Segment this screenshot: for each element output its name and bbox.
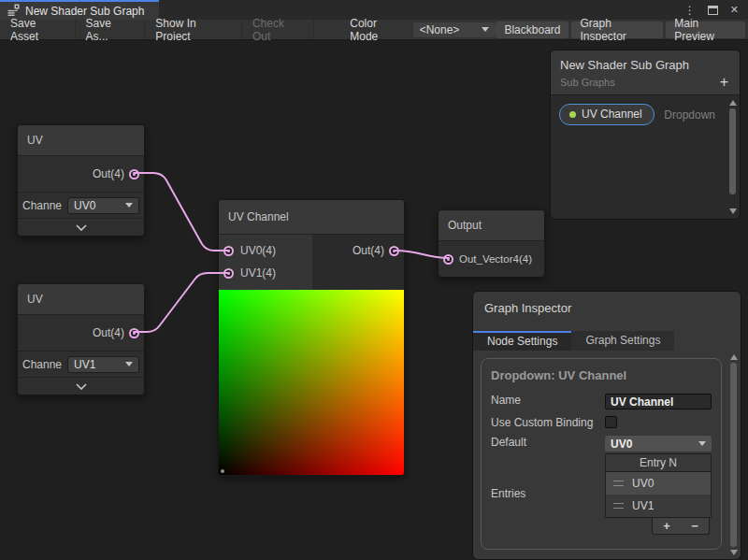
- node-uv-1-channel-label: Channe: [22, 199, 64, 212]
- blackboard-content: UV Channel Dropdown: [551, 95, 740, 219]
- entries-label: Entries: [491, 487, 605, 501]
- entries-list-footer: + −: [605, 518, 712, 535]
- entry-row-uv1[interactable]: UV1: [606, 495, 711, 517]
- default-dropdown[interactable]: UV0: [605, 436, 712, 452]
- edge-uv2-out-to-uv1[interactable]: [134, 273, 229, 332]
- remove-entry-button[interactable]: −: [691, 521, 698, 532]
- graph-inspector-tabs: Node Settings Graph Settings: [473, 331, 741, 352]
- default-value: UV0: [611, 438, 632, 451]
- blackboard-item-type: Dropdown: [664, 108, 715, 122]
- default-field-row: Default UV0: [491, 436, 712, 452]
- chevron-down-icon: [698, 441, 706, 446]
- show-in-project-button[interactable]: Show In Project: [145, 20, 242, 39]
- graph-inspector-panel: Graph Inspector Node Settings Graph Sett…: [472, 291, 741, 560]
- tab-graph-settings[interactable]: Graph Settings: [571, 331, 674, 352]
- blackboard-title: New Shader Sub Graph: [560, 58, 730, 72]
- chevron-down-icon: [125, 362, 133, 366]
- scroll-down-icon[interactable]: [729, 208, 737, 214]
- name-input[interactable]: UV Channel: [605, 394, 712, 409]
- entries-field-row: Entries Entry N UV0 UV1: [491, 453, 712, 535]
- node-settings-content: Dropdown: UV Channel Name UV Channel Use…: [473, 351, 741, 559]
- entries-list: Entry N UV0 UV1: [605, 453, 712, 518]
- node-uv-channel-title: UV Channel: [219, 200, 404, 235]
- node-uv-2[interactable]: UV Out(4) Channe UV1: [17, 283, 145, 395]
- close-icon[interactable]: ✕: [730, 4, 739, 16]
- entry-value: UV1: [632, 499, 654, 512]
- blackboard-item-name: UV Channel: [582, 108, 642, 121]
- save-as-button[interactable]: Save As...: [76, 20, 146, 39]
- color-mode-label: Color Mode: [342, 17, 412, 43]
- edge-uv1-out-to-uv0[interactable]: [134, 173, 229, 251]
- node-uv-1-collapse-button[interactable]: [18, 218, 144, 236]
- add-entry-button[interactable]: +: [663, 521, 670, 532]
- inspector-scrollbar[interactable]: [728, 352, 739, 557]
- scroll-down-icon[interactable]: [730, 550, 738, 555]
- check-out-button: Check Out: [242, 20, 314, 39]
- node-uv-1-title: UV: [18, 125, 144, 156]
- node-output[interactable]: Output Out_Vector4(4): [438, 209, 545, 278]
- node-uv-1-channel-dropdown[interactable]: UV0: [67, 197, 139, 214]
- drag-handle-icon[interactable]: [613, 503, 624, 509]
- blackboard-header[interactable]: New Shader Sub Graph Sub Graphs +: [551, 50, 740, 95]
- panel-toggles: Blackboard Graph Inspector Main Preview: [496, 22, 748, 38]
- dropdown-settings-box: Dropdown: UV Channel Name UV Channel Use…: [481, 358, 722, 550]
- tab-node-settings[interactable]: Node Settings: [473, 331, 571, 352]
- name-label: Name: [491, 394, 605, 409]
- exposed-dot-icon: [569, 111, 576, 118]
- main-preview-toggle-button[interactable]: Main Preview: [666, 22, 745, 38]
- entry-row-uv0[interactable]: UV0: [606, 472, 711, 495]
- graph-inspector-title: Graph Inspector: [484, 301, 729, 315]
- node-output-in-port[interactable]: [443, 254, 453, 265]
- name-field-row: Name UV Channel: [491, 394, 712, 409]
- maximize-icon[interactable]: [708, 6, 718, 15]
- graph-inspector-toggle-button[interactable]: Graph Inspector: [571, 22, 663, 38]
- entries-header: Entry N: [606, 454, 711, 472]
- node-uv-channel-in1-label: UV1(4): [240, 266, 276, 280]
- node-output-in-label: Out_Vector4(4): [459, 253, 532, 265]
- node-uv-2-out-label: Out(4): [93, 326, 124, 339]
- node-output-title: Output: [439, 210, 544, 241]
- scroll-up-icon[interactable]: [729, 100, 737, 106]
- use-custom-binding-row: Use Custom Binding: [491, 416, 712, 430]
- section-title: Dropdown: UV Channel: [491, 368, 712, 382]
- node-uv-2-channel-label: Channe: [22, 358, 64, 371]
- node-uv-2-channel-value: UV1: [74, 358, 95, 371]
- save-asset-button[interactable]: Save Asset: [0, 20, 76, 39]
- color-mode-value: <None>: [420, 23, 460, 36]
- drag-handle-icon[interactable]: [613, 481, 624, 486]
- entry-value: UV0: [632, 477, 654, 490]
- chevron-down-icon: [75, 224, 88, 231]
- scroll-up-icon[interactable]: [730, 354, 738, 360]
- default-label: Default: [491, 436, 605, 452]
- graph-canvas[interactable]: UV Out(4) Channe UV0 UV Out(4) Channe: [0, 40, 748, 560]
- node-uv-2-title: UV: [18, 284, 144, 315]
- color-mode-dropdown[interactable]: <None>: [413, 22, 496, 37]
- scrollbar-thumb[interactable]: [730, 363, 737, 547]
- tab-title: New Shader Sub Graph: [25, 5, 144, 18]
- node-uv-2-collapse-button[interactable]: [18, 377, 144, 395]
- toolbar: Save Asset Save As... Show In Project Ch…: [0, 20, 748, 40]
- chevron-down-icon: [75, 383, 88, 390]
- use-custom-binding-label: Use Custom Binding: [491, 416, 605, 430]
- chevron-down-icon: [125, 203, 133, 208]
- node-uv-1-channel-value: UV0: [74, 199, 95, 212]
- blackboard-item-uv-channel[interactable]: UV Channel: [559, 104, 654, 125]
- node-uv-channel[interactable]: UV Channel UV0(4) UV1(4) Out(4): [218, 199, 405, 476]
- node-uv-channel-in0-label: UV0(4): [240, 244, 276, 257]
- scrollbar-thumb[interactable]: [729, 108, 736, 194]
- graph-inspector-header[interactable]: Graph Inspector: [473, 292, 741, 331]
- add-property-button[interactable]: +: [720, 78, 730, 87]
- node-uv-1[interactable]: UV Out(4) Channe UV0: [17, 124, 145, 237]
- blackboard-item-row: UV Channel Dropdown: [559, 104, 715, 125]
- node-uv-channel-preview: [219, 290, 404, 475]
- window-menu-icon[interactable]: ⋮: [684, 4, 696, 17]
- node-uv-1-out-label: Out(4): [93, 167, 124, 180]
- blackboard-toggle-button[interactable]: Blackboard: [496, 22, 568, 38]
- blackboard-panel: New Shader Sub Graph Sub Graphs + UV Cha…: [550, 50, 741, 220]
- blackboard-scrollbar[interactable]: [727, 98, 738, 216]
- use-custom-binding-checkbox[interactable]: [605, 416, 617, 428]
- chevron-down-icon: [482, 27, 489, 32]
- blackboard-subtitle: Sub Graphs: [560, 77, 615, 88]
- node-uv-channel-out-label: Out(4): [352, 244, 384, 257]
- node-uv-2-channel-dropdown[interactable]: UV1: [67, 356, 139, 373]
